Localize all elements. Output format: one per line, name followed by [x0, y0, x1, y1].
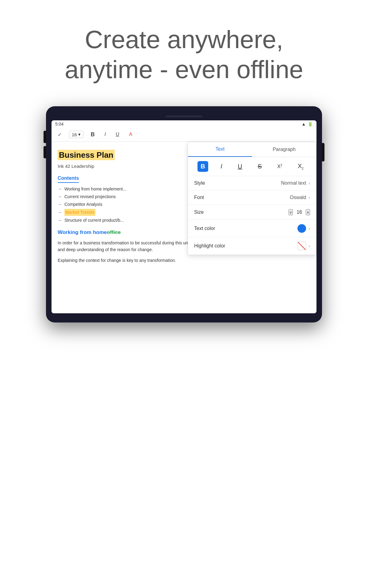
arrow-icon: →	[58, 186, 62, 192]
size-increase-button[interactable]: ∧	[306, 209, 310, 215]
text-color-row[interactable]: Text color ›	[188, 220, 316, 237]
arrow-icon: →	[58, 217, 62, 224]
style-label: Style	[194, 180, 205, 186]
arrow-icon: →	[58, 194, 62, 200]
text-format-panel: Text Paragraph B I U S X2 X2 Style	[188, 142, 316, 255]
hero-title: Create anywhere, anytime - even offline	[65, 24, 303, 85]
highlight-color-row[interactable]: Highlight color ›	[188, 237, 316, 255]
font-value: Oswald	[290, 195, 306, 200]
signal-icon: ▲	[301, 122, 306, 126]
main-toolbar: ✓ 16 ▾ B I U A	[52, 128, 316, 142]
contents-heading: Contents	[58, 175, 79, 183]
arrow-icon: →	[58, 209, 62, 216]
tablet-device: 5:04 ▲ 🔋 ✓ 16 ▾ B I U A	[46, 106, 322, 322]
italic-button[interactable]: I	[102, 130, 108, 138]
tablet-screen: 5:04 ▲ 🔋 ✓ 16 ▾ B I U A	[52, 120, 316, 313]
bold-format-button[interactable]: B	[197, 161, 208, 172]
highlight-color-label: Highlight color	[194, 243, 225, 249]
font-size-selector[interactable]: 16 ▾	[69, 131, 83, 138]
volume-button-2	[44, 146, 46, 158]
check-button[interactable]: ✓	[55, 130, 64, 139]
highlight-color-value-area: ›	[297, 242, 310, 250]
body-paragraph-2: Explaining the context for change is key…	[58, 257, 310, 264]
highlight-color-slash	[297, 242, 306, 250]
underline-button[interactable]: U	[113, 130, 122, 138]
font-value-area: Oswald ›	[290, 195, 310, 200]
text-color-value-area: ›	[297, 224, 310, 233]
subscript-format-button[interactable]: X2	[295, 161, 307, 172]
volume-button-1	[44, 131, 46, 143]
strikethrough-format-button[interactable]: S	[255, 161, 265, 172]
chevron-right-icon: ›	[309, 181, 310, 186]
italic-format-button[interactable]: I	[217, 161, 225, 172]
chevron-right-icon: ›	[309, 226, 310, 231]
hero-section: Create anywhere, anytime - even offline	[46, 0, 322, 103]
font-row[interactable]: Font Oswald ›	[188, 190, 316, 205]
font-label: Font	[194, 195, 204, 200]
style-value-area: Normal text ›	[281, 180, 310, 186]
size-controls: ∨ 16 ∧	[289, 209, 310, 215]
font-color-button[interactable]: A	[127, 130, 135, 138]
tab-text[interactable]: Text	[188, 142, 252, 157]
arrow-icon: →	[58, 201, 62, 208]
chevron-right-icon: ›	[309, 195, 310, 200]
size-row: Size ∨ 16 ∧	[188, 205, 316, 220]
document-title: Business Plan	[58, 150, 115, 160]
bold-button[interactable]: B	[88, 130, 97, 139]
style-value: Normal text	[281, 180, 306, 186]
status-bar: 5:04 ▲ 🔋	[52, 120, 316, 128]
style-row[interactable]: Style Normal text ›	[188, 176, 316, 190]
size-decrease-button[interactable]: ∨	[289, 209, 293, 215]
size-label: Size	[194, 209, 204, 215]
status-icons: ▲ 🔋	[301, 122, 313, 126]
size-value: 16	[297, 209, 302, 215]
text-color-label: Text color	[194, 226, 215, 231]
tab-paragraph[interactable]: Paragraph	[252, 142, 316, 157]
superscript-format-button[interactable]: X2	[274, 162, 285, 171]
format-buttons-row: B I U S X2 X2	[188, 157, 316, 176]
underline-format-button[interactable]: U	[235, 161, 245, 172]
status-time: 5:04	[55, 122, 63, 126]
battery-icon: 🔋	[308, 122, 313, 126]
document-area: Business Plan Ink 42 Leadership Contents…	[52, 142, 316, 313]
tablet-wrapper: 5:04 ▲ 🔋 ✓ 16 ▾ B I U A	[46, 106, 322, 322]
chevron-right-icon: ›	[309, 243, 310, 248]
text-color-circle	[297, 224, 306, 233]
panel-tabs: Text Paragraph	[188, 142, 316, 157]
